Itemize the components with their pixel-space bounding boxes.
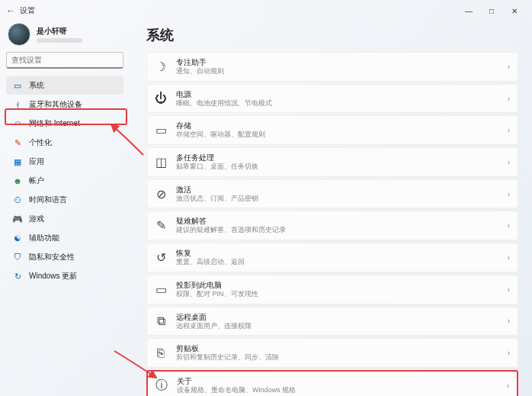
- item-title: 多任务处理: [176, 153, 508, 163]
- item-text: 投影到此电脑权限、配对 PIN、可发现性: [176, 280, 508, 299]
- network-icon: ⌔: [12, 118, 23, 129]
- gaming-icon: 🎮: [12, 214, 23, 224]
- back-button[interactable]: ←: [6, 5, 15, 16]
- about-icon: ⓘ: [155, 379, 168, 391]
- settings-list: ☽专注助手通知、自动规则›⏻电源睡眠、电池使用情况、节电模式›▭存储存储空间、驱…: [146, 52, 518, 396]
- settings-item-troubleshoot[interactable]: ✎疑难解答建议的疑难解答、首选项和历史记录›: [146, 211, 518, 240]
- item-title: 远程桌面: [176, 312, 508, 322]
- item-text: 多任务处理贴靠窗口、桌面、任务切换: [176, 153, 508, 172]
- sidebar: 是小轩呀 ▭系统ᚼ蓝牙和其他设备⌔网络和 Internet✎个性化▦应用☻帐户⏲…: [0, 21, 130, 396]
- nav-item-label: 帐户: [29, 175, 44, 186]
- update-icon: ↻: [12, 271, 23, 282]
- chevron-right-icon: ›: [508, 95, 510, 103]
- chevron-right-icon: ›: [508, 190, 510, 198]
- nav-item-time[interactable]: ⏲时间和语言: [6, 191, 123, 209]
- projecting-icon: ▭: [155, 283, 167, 295]
- page-title: 系统: [146, 26, 518, 44]
- accounts-icon: ☻: [12, 175, 23, 186]
- search-input[interactable]: [6, 52, 123, 69]
- nav-item-gaming[interactable]: 🎮游戏: [6, 210, 123, 228]
- accessibility-icon: ☯: [12, 233, 23, 243]
- window-title: 设置: [20, 5, 35, 16]
- item-subtitle: 远程桌面用户、连接权限: [176, 322, 508, 331]
- item-subtitle: 设备规格、重命名电脑、Windows 规格: [177, 386, 507, 395]
- privacy-icon: ⛉: [12, 252, 23, 262]
- nav-item-label: 系统: [29, 80, 44, 91]
- troubleshoot-icon: ✎: [155, 220, 167, 232]
- nav-item-label: 个性化: [29, 137, 52, 148]
- settings-item-clipboard[interactable]: ⎘剪贴板剪切和复制历史记录、同步、清除›: [146, 338, 518, 368]
- settings-item-multitask[interactable]: ◫多任务处理贴靠窗口、桌面、任务切换›: [146, 147, 518, 177]
- settings-item-about[interactable]: ⓘ关于设备规格、重命名电脑、Windows 规格›: [146, 370, 518, 396]
- settings-item-storage[interactable]: ▭存储存储空间、驱动器、配置规则›: [146, 115, 518, 145]
- time-icon: ⏲: [12, 195, 23, 205]
- nav-item-label: 辅助功能: [29, 233, 59, 243]
- item-subtitle: 贴靠窗口、桌面、任务切换: [176, 163, 508, 172]
- nav-item-label: 网络和 Internet: [29, 118, 80, 129]
- nav-item-system[interactable]: ▭系统: [6, 76, 123, 95]
- user-status: [37, 38, 82, 43]
- item-title: 激活: [176, 185, 508, 195]
- item-title: 关于: [177, 376, 507, 386]
- system-icon: ▭: [12, 80, 23, 91]
- chevron-right-icon: ›: [508, 221, 510, 230]
- item-text: 存储存储空间、驱动器、配置规则: [176, 121, 508, 140]
- item-title: 恢复: [176, 248, 508, 258]
- settings-item-power[interactable]: ⏻电源睡眠、电池使用情况、节电模式›: [146, 84, 518, 114]
- maximize-button[interactable]: □: [480, 3, 503, 18]
- chevron-right-icon: ›: [508, 253, 510, 262]
- nav-item-update[interactable]: ↻Windows 更新: [6, 267, 123, 285]
- nav-item-label: 时间和语言: [29, 195, 67, 205]
- item-text: 疑难解答建议的疑难解答、首选项和历史记录: [176, 216, 508, 235]
- multitask-icon: ◫: [155, 156, 167, 168]
- main-content: 系统 ☽专注助手通知、自动规则›⏻电源睡眠、电池使用情况、节电模式›▭存储存储空…: [130, 21, 532, 396]
- activation-icon: ⊘: [155, 188, 167, 200]
- item-text: 激活激活状态、订阅、产品密钥: [176, 185, 508, 204]
- item-title: 专注助手: [176, 57, 508, 67]
- nav-item-label: 应用: [29, 156, 44, 167]
- settings-item-recovery[interactable]: ↺恢复重置、高级启动、返回›: [146, 243, 518, 272]
- settings-item-activation[interactable]: ⊘激活激活状态、订阅、产品密钥›: [146, 179, 518, 209]
- settings-item-projecting[interactable]: ▭投影到此电脑权限、配对 PIN、可发现性›: [146, 275, 518, 304]
- nav-item-privacy[interactable]: ⛉隐私和安全性: [6, 248, 123, 266]
- clipboard-icon: ⎘: [155, 347, 167, 359]
- item-text: 关于设备规格、重命名电脑、Windows 规格: [177, 376, 507, 395]
- item-text: 远程桌面远程桌面用户、连接权限: [176, 312, 508, 331]
- power-icon: ⏻: [155, 92, 167, 105]
- nav-item-personalization[interactable]: ✎个性化: [6, 134, 123, 152]
- nav-item-apps[interactable]: ▦应用: [6, 153, 123, 171]
- chevron-right-icon: ›: [508, 317, 510, 325]
- item-subtitle: 激活状态、订阅、产品密钥: [176, 195, 508, 204]
- item-subtitle: 剪切和复制历史记录、同步、清除: [176, 353, 508, 362]
- nav-item-bluetooth[interactable]: ᚼ蓝牙和其他设备: [6, 95, 123, 114]
- chevron-right-icon: ›: [508, 285, 510, 294]
- bluetooth-icon: ᚼ: [12, 99, 23, 110]
- nav-item-network[interactable]: ⌔网络和 Internet: [6, 114, 123, 133]
- item-title: 存储: [176, 121, 508, 130]
- settings-item-remote[interactable]: ⧉远程桌面远程桌面用户、连接权限›: [146, 307, 518, 336]
- item-title: 剪贴板: [176, 343, 508, 353]
- item-subtitle: 权限、配对 PIN、可发现性: [176, 290, 508, 299]
- item-subtitle: 睡眠、电池使用情况、节电模式: [176, 99, 508, 108]
- nav-item-accessibility[interactable]: ☯辅助功能: [6, 229, 123, 247]
- item-subtitle: 通知、自动规则: [176, 67, 508, 76]
- item-title: 投影到此电脑: [176, 280, 508, 290]
- user-profile[interactable]: 是小轩呀: [6, 23, 123, 46]
- item-subtitle: 重置、高级启动、返回: [176, 258, 508, 267]
- chevron-right-icon: ›: [508, 126, 510, 134]
- minimize-button[interactable]: —: [457, 3, 480, 18]
- nav-item-accounts[interactable]: ☻帐户: [6, 172, 123, 190]
- item-title: 疑难解答: [176, 216, 508, 226]
- settings-item-focus[interactable]: ☽专注助手通知、自动规则›: [146, 52, 518, 82]
- recovery-icon: ↺: [155, 251, 167, 263]
- chevron-right-icon: ›: [507, 382, 509, 390]
- close-button[interactable]: ✕: [503, 3, 526, 18]
- chevron-right-icon: ›: [508, 158, 510, 166]
- focus-icon: ☽: [155, 60, 167, 72]
- item-text: 电源睡眠、电池使用情况、节电模式: [176, 89, 508, 108]
- nav-item-label: 游戏: [29, 214, 44, 224]
- nav-item-label: Windows 更新: [29, 271, 77, 282]
- nav-list: ▭系统ᚼ蓝牙和其他设备⌔网络和 Internet✎个性化▦应用☻帐户⏲时间和语言…: [6, 76, 123, 285]
- item-title: 电源: [176, 89, 508, 99]
- storage-icon: ▭: [155, 124, 167, 137]
